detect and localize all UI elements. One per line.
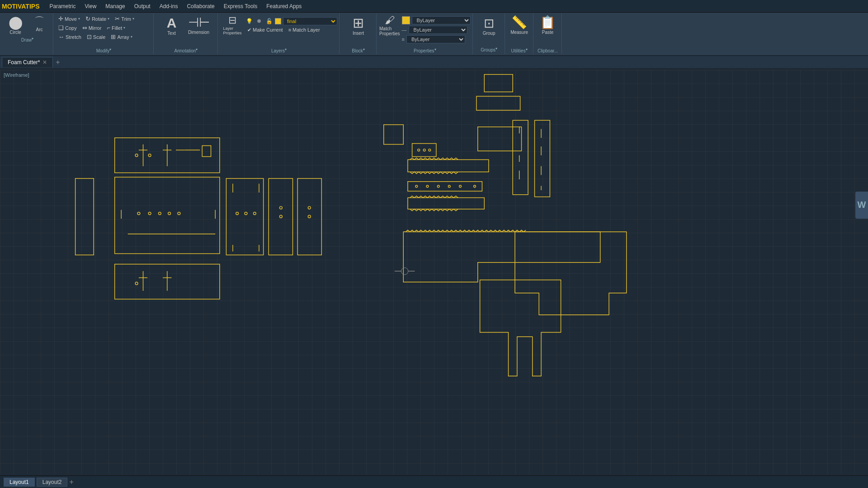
svg-point-69 [135,282,138,285]
add-layout-button[interactable]: + [69,478,73,486]
layers-section: ⊟ LayerProperties 💡 ❄ 🔓 final [219,14,340,54]
menu-addins[interactable]: Add-ins [155,2,183,10]
scale-button[interactable]: ⊡ Scale [85,33,108,41]
color-bylayer-row: ByLayer [402,16,471,24]
toolbar: ⬤ Circle ⌒ Arc Draw ▾ ✛ Move ▾ ↻ [0,13,868,56]
make-current-button[interactable]: ✔ Make Current [245,26,285,34]
layer-freeze-icon[interactable]: ❄ [255,17,263,25]
properties-caret[interactable]: ▾ [434,47,436,53]
measure-button[interactable]: 📏 Measure [508,14,531,37]
svg-rect-7 [535,120,550,197]
lineweight-bylayer-dropdown[interactable]: ByLayer [406,35,465,43]
stretch-icon: ↔ [58,33,64,40]
menu-collaborate[interactable]: Collaborate [182,2,219,10]
svg-point-47 [308,215,311,218]
draw-dropdown-caret[interactable]: ▾ [32,37,33,42]
svg-point-46 [308,206,311,209]
svg-point-59 [459,185,462,188]
draw-section: ⬤ Circle ⌒ Arc Draw ▾ [2,14,53,54]
layer-dropdown[interactable]: final [283,17,337,25]
tab-close-button[interactable]: ✕ [42,59,47,66]
menu-express-tools[interactable]: Express Tools [219,2,262,10]
svg-rect-25 [115,177,220,253]
text-tool[interactable]: A Text [160,14,184,38]
svg-point-60 [474,185,476,188]
svg-point-43 [279,206,282,209]
layers-caret[interactable]: ▾ [285,47,287,53]
measure-icon: 📏 [511,16,527,29]
svg-rect-2 [478,127,522,151]
linetype-bylayer-dropdown[interactable]: ByLayer [409,26,467,34]
color-swatch[interactable] [402,16,410,24]
group-button[interactable]: ⊡ Group [477,15,501,38]
layout2-tab[interactable]: Layout2 [37,478,68,487]
paste-button[interactable]: 📋 Paste [536,14,560,37]
move-button[interactable]: ✛ Move ▾ [56,14,82,23]
copy-button[interactable]: ❑ Copy [56,23,79,32]
stretch-button[interactable]: ↔ Stretch [56,33,84,41]
arc-tool[interactable]: ⌒ Arc [28,14,51,37]
layer-visible-icon[interactable]: 💡 [245,17,253,25]
svg-rect-21 [202,145,211,156]
svg-point-41 [253,212,256,215]
fillet-button[interactable]: ⌐ Fillet ▾ [104,23,127,32]
menu-parametric[interactable]: Parametric [45,2,80,10]
svg-rect-53 [408,160,489,172]
groups-section: ⊡ Group Groups ▾ [474,14,505,54]
viewport-scrollbar[interactable]: W [855,192,868,219]
trim-button[interactable]: ✂ Trim ▾ [113,14,137,23]
mirror-button[interactable]: ⇔ Mirror [80,23,104,32]
svg-point-50 [418,149,420,151]
svg-point-70 [401,267,408,274]
svg-point-40 [245,212,247,215]
svg-rect-54 [408,182,482,191]
annotation-section: A Text ⊣⊢ Dimension Annotation ▾ [155,14,218,54]
annotation-caret[interactable]: ▾ [196,47,198,53]
rotate-icon: ↻ [85,15,90,22]
svg-rect-45 [297,178,321,255]
rotate-button[interactable]: ↻ Rotate ▾ [83,14,112,23]
modify-dropdown-caret[interactable]: ▾ [109,47,111,53]
layer-color-icon[interactable] [275,18,281,24]
text-icon: A [167,16,177,30]
svg-point-44 [279,215,282,218]
menu-output[interactable]: Output [130,2,155,10]
svg-point-39 [236,212,239,215]
canvas-area[interactable]: W [0,70,868,474]
dimension-icon: ⊣⊢ [188,16,210,29]
insert-button[interactable]: ⊞ Insert [347,14,370,47]
svg-rect-48 [384,125,404,145]
menubar: MOTIVATIPS Parametric View Manage Output… [0,0,868,13]
layer-properties-button[interactable]: ⊟ LayerProperties [221,14,244,36]
make-current-icon: ✔ [247,27,251,33]
svg-point-30 [148,212,151,215]
svg-point-20 [148,154,151,157]
trim-icon: ✂ [115,15,120,22]
group-icon: ⊡ [484,17,494,30]
layout1-tab[interactable]: Layout1 [4,478,35,487]
svg-rect-49 [412,144,436,157]
block-caret[interactable]: ▾ [363,47,365,53]
match-properties-button[interactable]: 🖌 MatchProperties [379,14,400,36]
layer-lock-icon[interactable]: 🔓 [265,17,273,25]
match-layer-button[interactable]: ≡ Match Layer [286,26,322,33]
color-bylayer-dropdown[interactable]: ByLayer [412,16,471,24]
svg-rect-0 [484,75,513,92]
svg-rect-61 [408,198,484,209]
array-button[interactable]: ⊞ Array ▾ [108,33,134,41]
menu-view[interactable]: View [80,2,101,10]
groups-caret[interactable]: ▾ [495,47,497,52]
svg-point-19 [135,154,138,157]
menu-manage[interactable]: Manage [101,2,129,10]
dimension-tool[interactable]: ⊣⊢ Dimension [185,14,212,37]
circle-tool[interactable]: ⬤ Circle [4,14,27,37]
svg-rect-62 [115,264,220,299]
utilities-caret[interactable]: ▾ [526,47,528,53]
menu-featured-apps[interactable]: Featured Apps [262,2,306,10]
paste-icon: 📋 [540,16,556,29]
new-tab-button[interactable]: + [53,58,62,66]
array-icon: ⊞ [111,33,116,40]
circle-icon: ⬤ [9,16,23,29]
linetype-bylayer-row: — ByLayer [402,26,471,34]
tab-foam-cutter[interactable]: Foam Cutter* ✕ [2,57,53,67]
